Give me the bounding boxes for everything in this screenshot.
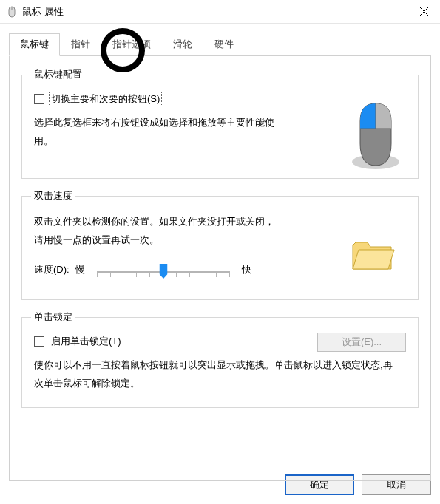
window-title: 鼠标 属性 <box>22 5 407 18</box>
group-button-config-legend: 鼠标键配置 <box>31 68 85 81</box>
mouse-illustration <box>347 99 405 173</box>
swap-buttons-checkbox[interactable] <box>34 94 44 104</box>
tab-mouse-buttons[interactable]: 鼠标键 <box>9 33 60 56</box>
tab-panel: 鼠标键配置 切换主要和次要的按钮(S) 选择此复选框来将右按钮设成如选择和拖放等… <box>9 55 431 481</box>
mouse-icon <box>6 6 18 18</box>
tab-hardware[interactable]: 硬件 <box>203 33 245 56</box>
group-double-click-speed: 双击速度 双击文件夹以检测你的设置。如果文件夹没打开或关闭，请用慢一点的设置再试… <box>21 189 419 300</box>
clicklock-checkbox[interactable] <box>34 336 44 347</box>
group-clicklock-legend: 单击锁定 <box>31 310 75 324</box>
tab-pointer-options[interactable]: 指针选项 <box>101 33 162 56</box>
folder-test-icon[interactable] <box>348 231 396 278</box>
slider-thumb[interactable] <box>159 264 167 279</box>
speed-label: 速度(D): <box>34 263 70 276</box>
speed-desc: 双击文件夹以检测你的设置。如果文件夹没打开或关闭，请用慢一点的设置再试一次。 <box>34 213 278 249</box>
swap-buttons-label[interactable]: 切换主要和次要的按钮(S) <box>49 92 162 106</box>
titlebar: 鼠标 属性 <box>0 0 440 24</box>
clicklock-settings-button: 设置(E)... <box>317 333 406 352</box>
group-speed-legend: 双击速度 <box>31 189 75 202</box>
group-button-config: 鼠标键配置 切换主要和次要的按钮(S) 选择此复选框来将右按钮设成如选择和拖放等… <box>21 68 419 179</box>
double-click-speed-slider[interactable] <box>97 259 230 280</box>
tab-strip: 鼠标键 指针 指针选项 滑轮 硬件 <box>9 33 431 55</box>
close-button[interactable] <box>407 0 440 24</box>
group-click-lock: 单击锁定 启用单击锁定(T) 设置(E)... 使你可以不用一直按着鼠标按钮就可… <box>21 310 419 408</box>
speed-slow-label: 慢 <box>75 263 85 276</box>
tab-wheel[interactable]: 滑轮 <box>162 33 203 56</box>
close-icon <box>420 7 428 16</box>
tab-pointer[interactable]: 指针 <box>60 33 101 56</box>
swap-buttons-desc: 选择此复选框来将右按钮设成如选择和拖放等主要性能使用。 <box>34 114 285 150</box>
clicklock-desc: 使你可以不用一直按着鼠标按钮就可以突出显示或拖拽。单击鼠标以进入锁定状态,再次单… <box>34 356 396 392</box>
speed-fast-label: 快 <box>242 263 251 276</box>
clicklock-label[interactable]: 启用单击锁定(T) <box>49 334 123 349</box>
